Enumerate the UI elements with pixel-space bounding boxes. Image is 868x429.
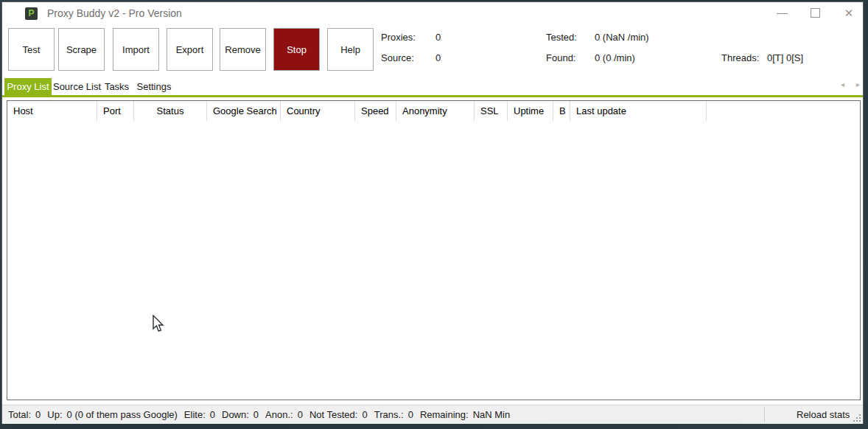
col-speed[interactable]: Speed bbox=[355, 101, 396, 121]
minimize-icon bbox=[777, 13, 788, 14]
col-google-search[interactable]: Google Search bbox=[207, 101, 281, 121]
tab-source-list[interactable]: Source List bbox=[52, 78, 102, 95]
statusbar-separator bbox=[764, 408, 765, 422]
tab-scroll-left-icon[interactable]: ◂ bbox=[841, 80, 844, 88]
stat-elite-value: 0 bbox=[210, 409, 215, 420]
stat-up-value: 0 (0 of them pass Google) bbox=[67, 409, 178, 420]
maximize-button[interactable] bbox=[805, 2, 827, 24]
col-country[interactable]: Country bbox=[281, 101, 355, 121]
stat-anon: Anon.:0 bbox=[265, 409, 303, 420]
col-anonymity[interactable]: Anonymity bbox=[396, 101, 475, 121]
stat-elite: Elite:0 bbox=[184, 409, 215, 420]
col-ssl[interactable]: SSL bbox=[475, 101, 508, 121]
stat-down-value: 0 bbox=[253, 409, 259, 420]
col-uptime[interactable]: Uptime bbox=[508, 101, 553, 121]
threads-label: Threads: bbox=[721, 52, 759, 64]
title-bar: P Proxy Buddy v2 - Pro Version ✕ bbox=[2, 2, 863, 24]
reload-stats-button[interactable]: Reload stats bbox=[797, 405, 850, 425]
col-filler bbox=[707, 101, 860, 121]
resize-grip-icon[interactable] bbox=[853, 414, 861, 422]
mouse-cursor bbox=[152, 315, 165, 334]
close-button[interactable]: ✕ bbox=[838, 2, 860, 24]
stat-not-tested: Not Tested:0 bbox=[309, 409, 368, 420]
maximize-icon bbox=[811, 8, 820, 18]
stat-total: Total:0 bbox=[8, 409, 41, 420]
export-button[interactable]: Export bbox=[167, 28, 213, 71]
col-host[interactable]: Host bbox=[7, 101, 97, 121]
stat-anon-value: 0 bbox=[298, 409, 303, 420]
col-b[interactable]: B bbox=[553, 101, 570, 121]
tested-label: Tested: bbox=[546, 32, 577, 43]
stat-trans: Trans.:0 bbox=[374, 409, 413, 420]
close-icon: ✕ bbox=[844, 7, 854, 19]
found-value: 0 (0 /min) bbox=[595, 52, 635, 64]
tab-scroll-right-icon[interactable]: ▸ bbox=[856, 80, 860, 88]
stop-button[interactable]: Stop bbox=[273, 28, 320, 71]
remove-button[interactable]: Remove bbox=[220, 28, 266, 71]
proxy-table[interactable]: Host Port Status Google Search Country S… bbox=[7, 100, 861, 400]
scrape-button[interactable]: Scrape bbox=[58, 28, 105, 71]
stat-remaining: Remaining:NaN Min bbox=[420, 409, 510, 420]
test-button[interactable]: Test bbox=[8, 28, 55, 71]
stat-up: Up:0 (0 of them pass Google) bbox=[47, 409, 178, 420]
stat-trans-value: 0 bbox=[408, 409, 413, 420]
col-port[interactable]: Port bbox=[97, 101, 134, 121]
proxies-value: 0 bbox=[435, 32, 441, 43]
tested-value: 0 (NaN /min) bbox=[595, 32, 649, 43]
window-title: Proxy Buddy v2 - Pro Version bbox=[47, 2, 182, 24]
source-value: 0 bbox=[435, 52, 441, 64]
stat-not-tested-value: 0 bbox=[362, 409, 367, 420]
status-bar: Total:0 Up:0 (0 of them pass Google) Eli… bbox=[2, 405, 863, 424]
col-status[interactable]: Status bbox=[134, 101, 207, 121]
col-last-update[interactable]: Last update bbox=[570, 101, 707, 121]
found-label: Found: bbox=[546, 52, 575, 64]
help-button[interactable]: Help bbox=[327, 28, 374, 71]
stat-total-value: 0 bbox=[35, 409, 41, 420]
proxies-label: Proxies: bbox=[381, 32, 416, 43]
minimize-button[interactable] bbox=[771, 2, 794, 24]
app-window: P Proxy Buddy v2 - Pro Version ✕ Test Sc… bbox=[1, 1, 864, 424]
threads-value: 0[T] 0[S] bbox=[767, 52, 803, 64]
tab-tasks[interactable]: Tasks bbox=[102, 78, 131, 95]
stat-remaining-value: NaN Min bbox=[473, 409, 511, 420]
import-button[interactable]: Import bbox=[113, 28, 159, 71]
stat-down: Down:0 bbox=[222, 409, 259, 420]
tab-settings[interactable]: Settings bbox=[131, 78, 177, 95]
tab-accent-line bbox=[2, 95, 863, 97]
app-icon: P bbox=[25, 7, 38, 20]
source-label: Source: bbox=[381, 52, 414, 64]
table-header-row: Host Port Status Google Search Country S… bbox=[7, 101, 860, 121]
